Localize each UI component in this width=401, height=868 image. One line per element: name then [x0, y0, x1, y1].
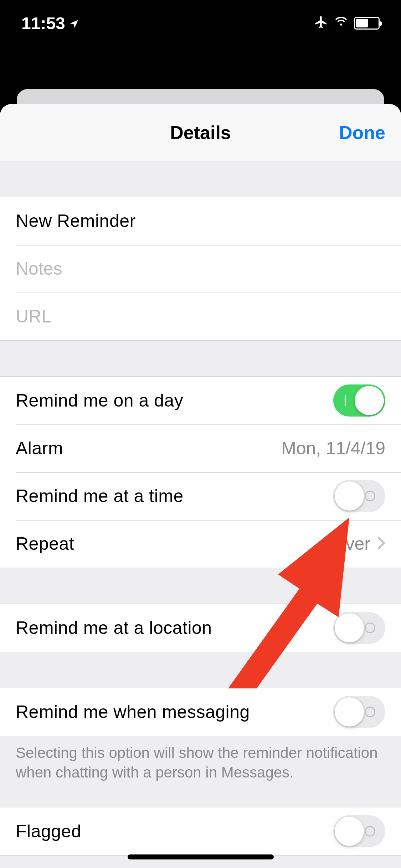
nav-title: Details: [170, 122, 231, 143]
remind-time-cell: Remind me at a time: [0, 472, 401, 520]
airplane-mode-icon: [314, 14, 328, 33]
remind-messaging-toggle[interactable]: [333, 696, 385, 728]
location-services-icon: [69, 14, 79, 33]
alarm-label: Alarm: [16, 438, 63, 459]
flagged-label: Flagged: [16, 821, 81, 842]
location-group: Remind me at a location: [0, 604, 401, 652]
reminder-title-cell[interactable]: New Reminder: [0, 197, 401, 245]
repeat-label: Repeat: [16, 533, 74, 554]
messaging-footer-text: Selecting this option will show the remi…: [0, 736, 401, 793]
remind-day-cell: Remind me on a day: [0, 377, 401, 424]
repeat-value: Never: [323, 533, 370, 554]
nav-bar: Details Done: [0, 104, 401, 161]
remind-day-toggle[interactable]: [333, 384, 385, 417]
section-gap: [0, 568, 401, 604]
repeat-cell[interactable]: Repeat Never: [0, 520, 401, 568]
notes-cell[interactable]: Notes: [0, 245, 401, 293]
remind-messaging-cell: Remind me when messaging: [0, 688, 401, 736]
remind-location-cell: Remind me at a location: [0, 604, 401, 652]
url-cell[interactable]: URL: [0, 293, 401, 340]
chevron-right-icon: [377, 536, 385, 551]
done-button[interactable]: Done: [339, 122, 385, 143]
status-bar: 11:53: [0, 0, 401, 46]
section-gap: [0, 341, 401, 376]
section-gap: [0, 161, 401, 197]
remind-location-toggle[interactable]: [333, 612, 385, 644]
alarm-value: Mon, 11/4/19: [281, 438, 385, 459]
remind-time-label: Remind me at a time: [16, 486, 184, 506]
remind-location-label: Remind me at a location: [16, 618, 212, 638]
home-indicator[interactable]: [128, 854, 274, 859]
remind-day-label: Remind me on a day: [16, 390, 183, 411]
remind-messaging-label: Remind me when messaging: [16, 702, 250, 722]
wifi-icon: [333, 14, 349, 33]
messaging-group: Remind me when messaging: [0, 688, 401, 736]
remind-time-toggle[interactable]: [333, 480, 385, 512]
flagged-group: Flagged: [0, 807, 401, 856]
flagged-cell: Flagged: [0, 807, 401, 855]
details-sheet: Details Done New Reminder Notes URL Remi…: [0, 104, 401, 868]
day-time-group: Remind me on a day Alarm Mon, 11/4/19 Re…: [0, 376, 401, 568]
flagged-toggle[interactable]: [333, 815, 385, 847]
url-placeholder: URL: [16, 306, 51, 327]
battery-icon: [354, 17, 380, 30]
status-time: 11:53: [21, 14, 65, 33]
reminder-title-value: New Reminder: [16, 211, 136, 231]
title-notes-url-group: New Reminder Notes URL: [0, 197, 401, 341]
section-gap: [0, 652, 401, 688]
alarm-cell[interactable]: Alarm Mon, 11/4/19: [0, 424, 401, 472]
notes-placeholder: Notes: [16, 258, 62, 279]
